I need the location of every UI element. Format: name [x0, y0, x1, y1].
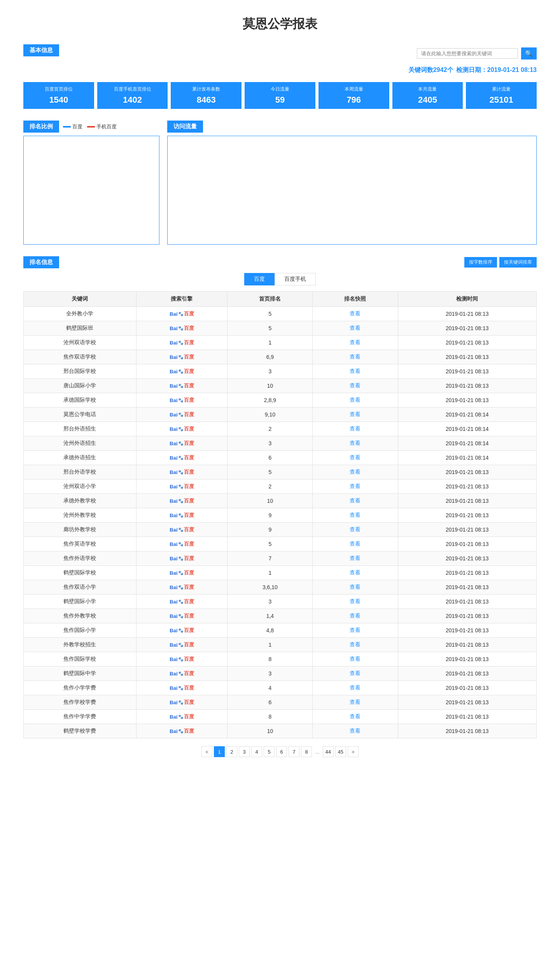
table-cell-snapshot[interactable]: 查看 — [313, 537, 398, 551]
table-cell-keyword: 鹤壁国际班 — [24, 321, 136, 336]
view-link[interactable]: 查看 — [350, 454, 360, 460]
table-cell-snapshot[interactable]: 查看 — [313, 710, 398, 724]
tab-baidu[interactable]: 百度 — [244, 273, 275, 285]
table-cell-snapshot[interactable]: 查看 — [313, 724, 398, 738]
table-row: 邢台外语招生Bai🐾百度2查看2019-01-21 08:14 — [24, 422, 537, 436]
table-cell-time: 2019-01-21 08:14 — [398, 451, 536, 465]
stat-label: 本月流量 — [396, 86, 460, 93]
pagination-page[interactable]: 44 — [323, 746, 334, 757]
view-link[interactable]: 查看 — [350, 555, 360, 561]
table-cell-snapshot[interactable]: 查看 — [313, 695, 398, 710]
table-cell-rank: 6,9 — [228, 350, 313, 364]
table-cell-snapshot[interactable]: 查看 — [313, 580, 398, 595]
table-cell-snapshot[interactable]: 查看 — [313, 350, 398, 364]
view-link[interactable]: 查看 — [350, 411, 360, 417]
table-cell-snapshot[interactable]: 查看 — [313, 508, 398, 523]
table-cell-rank: 3 — [228, 595, 313, 609]
view-link[interactable]: 查看 — [350, 670, 360, 676]
sort-by-number-btn[interactable]: 按字数排序 — [464, 257, 497, 268]
table-cell-snapshot[interactable]: 查看 — [313, 451, 398, 465]
view-link[interactable]: 查看 — [350, 397, 360, 403]
table-cell-keyword: 焦作英语学校 — [24, 537, 136, 551]
table-cell-snapshot[interactable]: 查看 — [313, 408, 398, 422]
view-link[interactable]: 查看 — [350, 598, 360, 604]
keyword-count-label: 关键词数 — [408, 66, 433, 73]
view-link[interactable]: 查看 — [350, 512, 360, 518]
table-cell-snapshot[interactable]: 查看 — [313, 307, 398, 321]
pagination-next[interactable]: > — [348, 746, 359, 757]
view-link[interactable]: 查看 — [350, 627, 360, 633]
table-body: 全外教小学Bai🐾百度5查看2019-01-21 08:13鹤壁国际班Bai🐾百… — [24, 307, 537, 738]
view-link[interactable]: 查看 — [350, 339, 360, 345]
view-link[interactable]: 查看 — [350, 656, 360, 662]
table-cell-time: 2019-01-21 08:13 — [398, 393, 536, 408]
pagination-page[interactable]: 2 — [226, 746, 237, 757]
sort-by-keyword-btn[interactable]: 按关键词排库 — [499, 257, 537, 268]
table-cell-rank: 4 — [228, 681, 313, 695]
view-link[interactable]: 查看 — [350, 469, 360, 475]
table-cell-snapshot[interactable]: 查看 — [313, 523, 398, 537]
table-cell-snapshot[interactable]: 查看 — [313, 566, 398, 580]
table-cell-engine: Bai🐾百度 — [136, 609, 228, 623]
view-link[interactable]: 查看 — [350, 483, 360, 489]
table-col-header: 搜索引擎 — [136, 292, 228, 307]
table-row: 鹤壁学校学费Bai🐾百度10查看2019-01-21 08:13 — [24, 724, 537, 738]
view-link[interactable]: 查看 — [350, 325, 360, 331]
view-link[interactable]: 查看 — [350, 641, 360, 647]
tab-mobile-baidu[interactable]: 百度手机 — [275, 273, 316, 285]
pagination-page[interactable]: 3 — [239, 746, 250, 757]
table-cell-time: 2019-01-21 08:13 — [398, 336, 536, 350]
view-link[interactable]: 查看 — [350, 728, 360, 734]
table-cell-snapshot[interactable]: 查看 — [313, 638, 398, 652]
view-link[interactable]: 查看 — [350, 584, 360, 590]
pagination-page[interactable]: 7 — [289, 746, 299, 757]
view-link[interactable]: 查看 — [350, 526, 360, 532]
table-cell-snapshot[interactable]: 查看 — [313, 436, 398, 451]
table-cell-snapshot[interactable]: 查看 — [313, 465, 398, 479]
table-cell-snapshot[interactable]: 查看 — [313, 321, 398, 336]
table-cell-snapshot[interactable]: 查看 — [313, 609, 398, 623]
table-cell-snapshot[interactable]: 查看 — [313, 379, 398, 393]
view-link[interactable]: 查看 — [350, 382, 360, 388]
table-cell-keyword: 沧州双语学校 — [24, 336, 136, 350]
view-link[interactable]: 查看 — [350, 612, 360, 619]
table-cell-snapshot[interactable]: 查看 — [313, 393, 398, 408]
view-link[interactable]: 查看 — [350, 425, 360, 432]
pagination-page[interactable]: 5 — [264, 746, 275, 757]
table-cell-time: 2019-01-21 08:14 — [398, 436, 536, 451]
search-button[interactable]: 🔍 — [521, 47, 537, 59]
view-link[interactable]: 查看 — [350, 699, 360, 705]
table-cell-rank: 10 — [228, 494, 313, 508]
view-link[interactable]: 查看 — [350, 310, 360, 317]
table-cell-snapshot[interactable]: 查看 — [313, 422, 398, 436]
pagination-page[interactable]: 1 — [214, 746, 225, 757]
table-cell-snapshot[interactable]: 查看 — [313, 494, 398, 508]
table-cell-snapshot[interactable]: 查看 — [313, 652, 398, 667]
table-cell-snapshot[interactable]: 查看 — [313, 595, 398, 609]
view-link[interactable]: 查看 — [350, 497, 360, 504]
view-link[interactable]: 查看 — [350, 368, 360, 374]
pagination-page[interactable]: 4 — [251, 746, 262, 757]
search-input[interactable] — [417, 48, 518, 59]
pagination-page[interactable]: 8 — [301, 746, 312, 757]
table-cell-snapshot[interactable]: 查看 — [313, 364, 398, 379]
baidu-logo: Bai🐾百度 — [170, 641, 194, 648]
table-cell-snapshot[interactable]: 查看 — [313, 551, 398, 566]
table-cell-snapshot[interactable]: 查看 — [313, 681, 398, 695]
table-cell-engine: Bai🐾百度 — [136, 667, 228, 681]
pagination-prev[interactable]: < — [201, 746, 212, 757]
pagination-page[interactable]: 45 — [335, 746, 346, 757]
pagination-page[interactable]: 6 — [276, 746, 287, 757]
table-cell-snapshot[interactable]: 查看 — [313, 336, 398, 350]
table-cell-snapshot[interactable]: 查看 — [313, 667, 398, 681]
view-link[interactable]: 查看 — [350, 569, 360, 576]
baidu-logo: Bai🐾百度 — [170, 512, 194, 519]
table-cell-snapshot[interactable]: 查看 — [313, 479, 398, 494]
table-cell-snapshot[interactable]: 查看 — [313, 623, 398, 638]
view-link[interactable]: 查看 — [350, 541, 360, 547]
view-link[interactable]: 查看 — [350, 713, 360, 719]
view-link[interactable]: 查看 — [350, 440, 360, 446]
baidu-logo: Bai🐾百度 — [170, 368, 194, 375]
view-link[interactable]: 查看 — [350, 684, 360, 691]
view-link[interactable]: 查看 — [350, 353, 360, 360]
